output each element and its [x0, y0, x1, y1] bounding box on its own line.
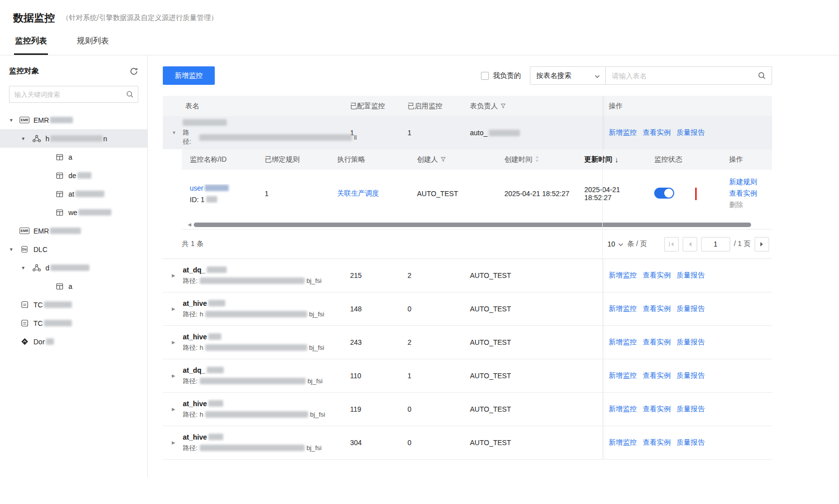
quality-report-link[interactable]: 质量报告	[677, 405, 705, 414]
quality-report-link[interactable]: 质量报告	[677, 371, 705, 380]
my-responsibility-checkbox[interactable]	[481, 72, 489, 80]
quality-report-link[interactable]: 质量报告	[677, 438, 705, 447]
tree-item[interactable]: EMR EMR	[0, 222, 147, 240]
row-expand-icon[interactable]: ▶	[172, 273, 178, 278]
view-instances-link[interactable]: 查看实例	[643, 438, 671, 447]
col-owner: 表负责人	[470, 102, 602, 111]
add-monitor-button[interactable]: 新增监控	[163, 66, 215, 85]
pagination: 10 条 / 页	[607, 237, 769, 252]
view-instances-link[interactable]: 查看实例	[643, 271, 671, 280]
search-icon[interactable]	[126, 90, 134, 100]
view-instances-link[interactable]: 查看实例	[729, 189, 772, 198]
row-expand-icon[interactable]: ▼	[172, 130, 178, 135]
tab-monitor-list[interactable]: 监控列表	[14, 33, 48, 55]
add-monitor-link[interactable]: 新增监控	[609, 438, 637, 447]
table-name	[183, 119, 357, 126]
add-monitor-link[interactable]: 新增监控	[609, 371, 637, 380]
add-monitor-link[interactable]: 新增监控	[609, 304, 637, 313]
tree-item[interactable]: a	[0, 148, 147, 166]
quality-report-link[interactable]: 质量报告	[677, 338, 705, 347]
search-icon[interactable]	[758, 71, 766, 82]
tree-item[interactable]: Dor	[0, 332, 147, 351]
row-actions: 新增监控查看实例质量报告	[602, 292, 772, 325]
owner-text: AUTO_TEST	[470, 439, 511, 447]
add-monitor-link[interactable]: 新增监控	[609, 338, 637, 347]
row-expand-icon[interactable]: ▶	[172, 306, 178, 311]
tree-node-text: TC	[33, 319, 43, 327]
view-instances-link[interactable]: 查看实例	[643, 405, 671, 414]
view-instances-link[interactable]: 查看实例	[643, 338, 671, 347]
filter-icon[interactable]	[440, 156, 446, 164]
table-path: 路径:ll	[183, 128, 357, 146]
view-instances-link[interactable]: 查看实例	[643, 128, 671, 137]
sidebar-search-input[interactable]	[9, 86, 138, 103]
scrollbar-track[interactable]	[194, 223, 751, 227]
col-actions: 操作	[602, 96, 772, 116]
delete-link[interactable]: 删除	[729, 201, 772, 210]
redacted-text	[78, 209, 111, 216]
exec-strategy-link[interactable]: 关联生产调度	[337, 189, 379, 197]
tree-node-text: h	[45, 135, 49, 143]
table-icon	[56, 154, 63, 161]
quality-report-link[interactable]: 质量报告	[677, 128, 705, 137]
filter-icon[interactable]	[500, 102, 506, 110]
first-page-button[interactable]	[664, 237, 679, 252]
tree-item[interactable]: ▼ hn	[0, 129, 147, 148]
scrollbar-thumb[interactable]	[194, 223, 751, 227]
tree-node-label: a	[68, 282, 72, 290]
page-size-unit: 条 / 页	[627, 240, 647, 249]
page-size-select[interactable]: 10	[607, 240, 623, 248]
table-owner: auto_	[470, 129, 602, 137]
table-name-search-input[interactable]	[605, 66, 772, 85]
add-monitor-link[interactable]: 新增监控	[609, 271, 637, 280]
monitor-table: 表名 已配置监控 已启用监控 表负责人 操作 ▼	[163, 96, 772, 460]
content-layout: 监控对象 ▼ EMR EMR ▼ hn a de a	[0, 55, 839, 477]
tree-item[interactable]: ▼ d	[0, 258, 147, 277]
prev-page-button[interactable]	[683, 237, 697, 252]
quality-report-link[interactable]: 质量报告	[677, 271, 705, 280]
monitor-name-link[interactable]: user	[190, 184, 203, 192]
view-instances-link[interactable]: 查看实例	[643, 371, 671, 380]
table-row: ▶ at_hive 路径:hbj_fsi 119 0 AUTO_TEST 新增监…	[163, 393, 772, 426]
sort-icon[interactable]	[535, 156, 539, 164]
col-enabled: 已启用监控	[408, 102, 470, 111]
quality-report-link[interactable]: 质量报告	[677, 304, 705, 313]
tab-rule-list[interactable]: 规则列表	[76, 33, 110, 55]
tree-item[interactable]: TC	[0, 314, 147, 332]
tree-item[interactable]: de	[0, 166, 147, 185]
owner-text: AUTO_TEST	[470, 305, 511, 313]
table-row: ▶ at_hive 路径:bj_fsi 304 0 AUTO_TEST 新增监控…	[163, 426, 772, 460]
tree-expand-icon[interactable]: ▼	[9, 118, 15, 123]
tree-node-text: EMR	[33, 227, 49, 235]
tree-item[interactable]: TC	[0, 295, 147, 314]
tree-expand-icon[interactable]: ▼	[9, 247, 15, 252]
tree-expand-icon[interactable]: ▼	[21, 265, 27, 270]
redacted-text	[205, 411, 308, 418]
tree-expand-icon[interactable]: ▼	[21, 136, 27, 141]
next-page-button[interactable]	[755, 237, 769, 252]
monitor-name-cell: user ID: 1	[182, 184, 257, 204]
tree-item[interactable]: we	[0, 203, 147, 222]
sort-desc-icon[interactable]: ↓	[615, 155, 619, 164]
tree-item[interactable]: at	[0, 185, 147, 203]
row-expand-icon[interactable]: ▶	[172, 407, 178, 412]
search-type-select[interactable]: 按表名搜索	[530, 66, 606, 85]
row-actions: 新增监控查看实例质量报告	[602, 359, 772, 392]
add-monitor-link[interactable]: 新增监控	[609, 128, 637, 137]
row-expand-icon[interactable]: ▶	[172, 440, 178, 445]
horizontal-scrollbar: ◀	[182, 222, 772, 227]
new-rule-link[interactable]: 新建规则	[729, 178, 772, 187]
row-expand-icon[interactable]: ▶	[172, 373, 178, 378]
tree-item[interactable]: ▼ EMR EMR	[0, 111, 147, 129]
tree-item[interactable]: ▼ Ds DLC	[0, 240, 147, 258]
monitor-status-toggle[interactable]	[654, 188, 674, 199]
tree-item[interactable]: a	[0, 277, 147, 295]
enabled-count: 0	[408, 305, 470, 313]
scroll-left-icon[interactable]: ◀	[188, 222, 191, 227]
add-monitor-link[interactable]: 新增监控	[609, 405, 637, 414]
row-expand-icon[interactable]: ▶	[172, 340, 178, 345]
page-number-input[interactable]: 1	[701, 237, 730, 252]
tree-node-label: Dor	[33, 338, 54, 346]
refresh-icon[interactable]	[129, 67, 138, 76]
view-instances-link[interactable]: 查看实例	[643, 304, 671, 313]
